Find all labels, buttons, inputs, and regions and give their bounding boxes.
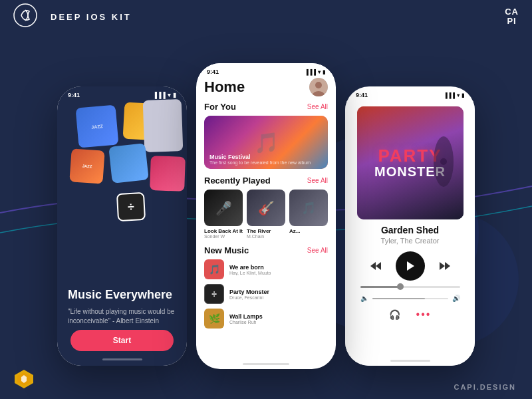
recent-name-2: The River [247, 228, 285, 234]
header: DEEP IOS KIT CAPI [0, 0, 532, 33]
volume-max-icon: 🔊 [452, 295, 460, 302]
album-card-6 [150, 156, 186, 192]
sketch-icon [13, 368, 35, 392]
svg-marker-9 [440, 262, 445, 270]
logo-icon [13, 3, 51, 30]
recent-artist-1: Sonder W [204, 234, 243, 239]
phone1-status-bar: 9:41 ▐▐▐ ▾ ▮ [57, 86, 187, 101]
recent-item-2[interactable]: 🎸 The River M.Chain [247, 190, 285, 239]
phone3-home-indicator [390, 360, 430, 362]
volume-min-icon: 🔈 [360, 295, 368, 302]
for-you-title: For You [204, 102, 236, 112]
phone-3: 9:41 ▐▐▐ ▾ ▮ PARTY MONSTER [345, 86, 475, 366]
music-info-2: Party Monster Druce, Fescarini [229, 289, 328, 300]
prev-button[interactable] [366, 257, 385, 275]
svg-marker-10 [445, 262, 450, 270]
player-controls [366, 251, 454, 281]
phone2-content: Home For You See All 🎵 [196, 78, 336, 368]
featured-subtitle: The first song to be revealed from the n… [209, 160, 311, 165]
now-playing-title: Garden Shed [381, 225, 439, 235]
progress-container[interactable] [360, 286, 460, 288]
volume-row: 🔈 🔊 [360, 295, 460, 302]
more-options[interactable]: ••• [416, 309, 432, 321]
header-title: DEEP IOS KIT [51, 12, 132, 22]
phone3-status-icons: ▐▐▐ ▾ ▮ [444, 92, 464, 98]
featured-card[interactable]: 🎵 Music Festival The first song to be re… [204, 116, 328, 169]
music-item-2[interactable]: ÷ Party Monster Druce, Fescarini [204, 284, 328, 304]
svg-point-5 [440, 158, 447, 165]
phone1-home-indicator [102, 358, 142, 360]
new-music-header: New Music See All [204, 245, 328, 255]
svg-point-0 [14, 4, 37, 27]
home-header: Home [204, 78, 328, 96]
recently-played-title: Recently Played [204, 176, 271, 186]
capi-logo: CAPI [505, 7, 519, 27]
extra-controls: 🎧 ••• [389, 309, 432, 321]
music-info-3: Wall Lamps Charlise Ruh [229, 313, 328, 325]
album-grid: JAZZ JAZZ ÷ [64, 100, 180, 233]
progress-bar [360, 286, 460, 288]
headphones-icon[interactable]: 🎧 [389, 309, 400, 320]
svg-marker-6 [370, 262, 376, 270]
for-you-header: For You See All [204, 102, 328, 112]
recent-artist-2: M.Chain [247, 234, 285, 239]
album-card-1: JAZZ [75, 104, 118, 148]
svg-marker-7 [376, 262, 381, 270]
recently-played-row: 🎤 Look Back At It Sonder W 🎸 The River M… [204, 190, 328, 239]
home-title: Home [204, 78, 245, 96]
album-card-5 [108, 143, 148, 183]
recently-see-all[interactable]: See All [307, 177, 328, 184]
recent-name-3: Az... [289, 228, 328, 234]
volume-bar[interactable] [372, 298, 448, 299]
recent-name-1: Look Back At It [204, 228, 243, 234]
progress-thumb [397, 283, 404, 290]
start-button[interactable]: Start [70, 330, 174, 351]
music-info-1: We are born Hay, Le Klint, Muuto [229, 264, 328, 275]
featured-title: Music Festival [209, 154, 311, 160]
phone2-status-bar: 9:41 ▐▐▐ ▾ ▮ [196, 63, 336, 78]
music-item-3[interactable]: 🌿 Wall Lamps Charlise Ruh [204, 309, 328, 329]
now-playing-artist: Tyler, The Creator [381, 237, 440, 245]
phone2-status-icons: ▐▐▐ ▾ ▮ [305, 69, 325, 75]
album-card-4: JAZZ [69, 148, 104, 184]
for-you-see-all[interactable]: See All [307, 103, 328, 110]
album-card-7: ÷ [116, 192, 146, 221]
recently-played-header: Recently Played See All [204, 176, 328, 186]
phone1-status-icons: ▐▐▐ ▾ ▮ [153, 92, 176, 98]
progress-fill [360, 286, 400, 288]
phone1-quote: "Life without playing music would be inc… [68, 307, 176, 326]
phone1-main-title: Music Everywhere [68, 288, 176, 302]
music-item-1[interactable]: 🎵 We are born Hay, Le Klint, Muuto [204, 259, 328, 279]
avatar[interactable] [309, 78, 328, 96]
play-button[interactable] [396, 251, 425, 281]
featured-card-text: Music Festival The first song to be reve… [209, 154, 311, 165]
phones-container: 9:41 ▐▐▐ ▾ ▮ JAZZ JAZZ [0, 33, 532, 399]
new-music-title: New Music [204, 245, 249, 255]
phone3-content: PARTY MONSTER Garden Shed Tyler, The Cre… [345, 101, 475, 366]
now-playing-album: PARTY MONSTER [357, 106, 464, 219]
new-music-see-all[interactable]: See All [307, 247, 328, 254]
phone-1: 9:41 ▐▐▐ ▾ ▮ JAZZ JAZZ [57, 86, 187, 366]
recent-item-1[interactable]: 🎤 Look Back At It Sonder W [204, 190, 243, 239]
next-button[interactable] [436, 257, 454, 275]
new-music-list: 🎵 We are born Hay, Le Klint, Muuto ÷ Par… [204, 259, 328, 329]
phone-2: 9:41 ▐▐▐ ▾ ▮ Home For You [196, 63, 336, 369]
album-card-3 [143, 99, 184, 152]
svg-marker-8 [407, 261, 414, 271]
phone2-home-indicator [243, 363, 289, 365]
recent-item-3[interactable]: 🎵 Az... [289, 190, 328, 239]
phone1-text-block: Music Everywhere "Life without playing m… [68, 288, 176, 326]
footer-label: CAPI.DESIGN [454, 383, 516, 391]
phone3-status-bar: 9:41 ▐▐▐ ▾ ▮ [345, 86, 475, 101]
svg-point-2 [315, 82, 322, 88]
